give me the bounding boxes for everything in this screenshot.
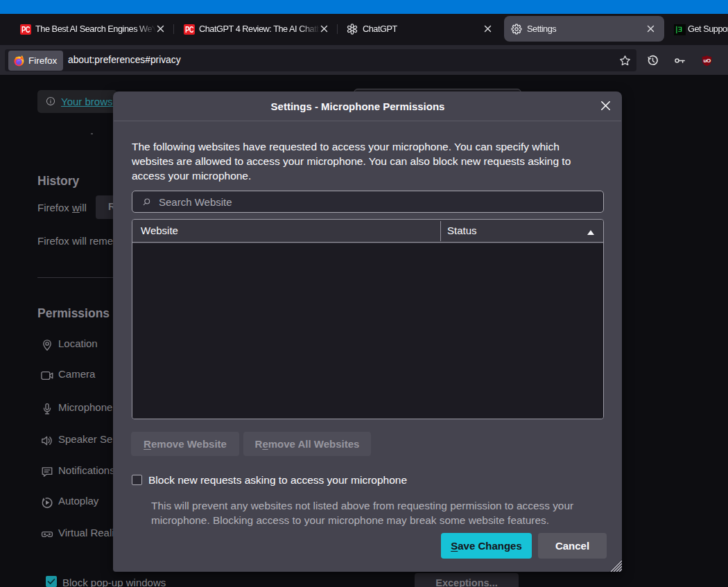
svg-text:uO: uO — [704, 58, 711, 64]
